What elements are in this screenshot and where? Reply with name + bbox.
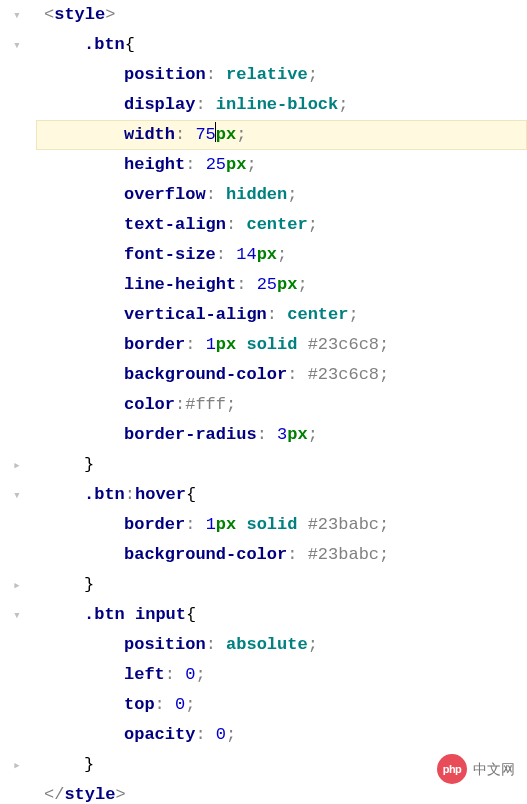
token-colon: : xyxy=(195,725,215,744)
token-sel: input xyxy=(135,605,186,624)
code-line[interactable]: opacity: 0; xyxy=(36,720,527,750)
code-line[interactable]: font-size: 14px; xyxy=(36,240,527,270)
code-line[interactable]: width: 75px; xyxy=(36,120,527,150)
token-colon: : xyxy=(206,185,226,204)
token-prop: border xyxy=(124,335,185,354)
token-prop: border-radius xyxy=(124,425,257,444)
token-colon: : xyxy=(206,65,226,84)
token-unit: px xyxy=(287,425,307,444)
token-semi: ; xyxy=(379,335,389,354)
code-line[interactable]: border: 1px solid #23babc; xyxy=(36,510,527,540)
code-line[interactable]: .btn input{ xyxy=(36,600,527,630)
token-colon: : xyxy=(195,95,215,114)
fold-closed-icon[interactable]: ▸ xyxy=(10,459,24,473)
token-semi: ; xyxy=(195,665,205,684)
code-line[interactable]: position: absolute; xyxy=(36,630,527,660)
fold-open-icon[interactable]: ▾ xyxy=(10,609,24,623)
code-line[interactable]: } xyxy=(36,450,527,480)
token-br: { xyxy=(186,485,196,504)
token-br: { xyxy=(186,605,196,624)
token-prop: display xyxy=(124,95,195,114)
code-line[interactable]: } xyxy=(36,570,527,600)
token-hex: #23babc xyxy=(308,545,379,564)
code-line[interactable]: background-color: #23c6c8; xyxy=(36,360,527,390)
code-line[interactable]: display: inline-block; xyxy=(36,90,527,120)
fold-open-icon[interactable]: ▾ xyxy=(10,9,24,23)
token-colon: : xyxy=(287,545,307,564)
code-line[interactable]: .btn:hover{ xyxy=(36,480,527,510)
token-val: solid xyxy=(246,515,297,534)
fold-open-icon[interactable]: ▾ xyxy=(10,39,24,53)
code-line[interactable]: line-height: 25px; xyxy=(36,270,527,300)
code-line[interactable]: left: 0; xyxy=(36,660,527,690)
token-colon: : xyxy=(165,665,185,684)
token-prop: vertical-align xyxy=(124,305,267,324)
token-unit: px xyxy=(257,245,277,264)
token-prop: left xyxy=(124,665,165,684)
token-br: } xyxy=(84,455,94,474)
token-semi: ; xyxy=(277,245,287,264)
token-semi: ; xyxy=(226,725,236,744)
watermark: php 中文网 xyxy=(437,754,515,784)
token-colon: : xyxy=(125,485,135,504)
token-val: inline-block xyxy=(216,95,338,114)
php-logo-icon: php xyxy=(437,754,467,784)
token-num: 3 xyxy=(277,425,287,444)
fold-closed-icon[interactable]: ▸ xyxy=(10,759,24,773)
code-line[interactable]: background-color: #23babc; xyxy=(36,540,527,570)
token-val: solid xyxy=(246,335,297,354)
token-semi: ; xyxy=(379,515,389,534)
token-colon: : xyxy=(226,215,246,234)
token-val: relative xyxy=(226,65,308,84)
token-unit: px xyxy=(216,125,236,144)
fold-open-icon[interactable]: ▾ xyxy=(10,489,24,503)
token-semi: ; xyxy=(297,275,307,294)
code-line[interactable]: text-align: center; xyxy=(36,210,527,240)
token-sel: .btn xyxy=(84,35,125,54)
token-semi: ; xyxy=(379,545,389,564)
token-hex: #23c6c8 xyxy=(308,335,379,354)
code-line[interactable]: vertical-align: center; xyxy=(36,300,527,330)
code-line[interactable]: position: relative; xyxy=(36,60,527,90)
fold-closed-icon[interactable]: ▸ xyxy=(10,579,24,593)
token-num: 0 xyxy=(185,665,195,684)
token-semi: ; xyxy=(287,185,297,204)
token-unit: px xyxy=(216,335,236,354)
token-colon: : xyxy=(175,125,195,144)
token-colon: : xyxy=(175,395,185,414)
watermark-text: 中文网 xyxy=(473,754,515,784)
token-unit: px xyxy=(277,275,297,294)
code-line[interactable]: top: 0; xyxy=(36,690,527,720)
token-val: center xyxy=(246,215,307,234)
code-line[interactable]: border-radius: 3px; xyxy=(36,420,527,450)
token-prop: background-color xyxy=(124,545,287,564)
code-line[interactable]: <style> xyxy=(36,0,527,30)
code-line[interactable]: overflow: hidden; xyxy=(36,180,527,210)
token-br: } xyxy=(84,575,94,594)
token-semi: ; xyxy=(308,635,318,654)
token-prop: width xyxy=(124,125,175,144)
token-colon: : xyxy=(155,695,175,714)
token-semi: ; xyxy=(379,365,389,384)
code-line[interactable]: border: 1px solid #23c6c8; xyxy=(36,330,527,360)
code-line[interactable]: height: 25px; xyxy=(36,150,527,180)
token-num: 25 xyxy=(257,275,277,294)
token-prop: text-align xyxy=(124,215,226,234)
code-body[interactable]: <style>.btn{position: relative;display: … xyxy=(36,0,527,804)
token-colon: : xyxy=(287,365,307,384)
code-line[interactable]: color:#fff; xyxy=(36,390,527,420)
token-prop: overflow xyxy=(124,185,206,204)
token-pseudo: hover xyxy=(135,485,186,504)
code-line[interactable]: .btn{ xyxy=(36,30,527,60)
token-num: 0 xyxy=(175,695,185,714)
token-hex: #23c6c8 xyxy=(308,365,379,384)
token-unit: px xyxy=(216,515,236,534)
token-hex: #23babc xyxy=(308,515,379,534)
token-semi: ; xyxy=(236,125,246,144)
token-semi: ; xyxy=(308,215,318,234)
token-colon: : xyxy=(185,515,205,534)
code-editor[interactable]: ▾▾▸▾▸▾▸ <style>.btn{position: relative;d… xyxy=(0,0,527,804)
fold-gutter[interactable]: ▾▾▸▾▸▾▸ xyxy=(0,0,28,804)
token-prop: position xyxy=(124,65,206,84)
token-num: 0 xyxy=(216,725,226,744)
